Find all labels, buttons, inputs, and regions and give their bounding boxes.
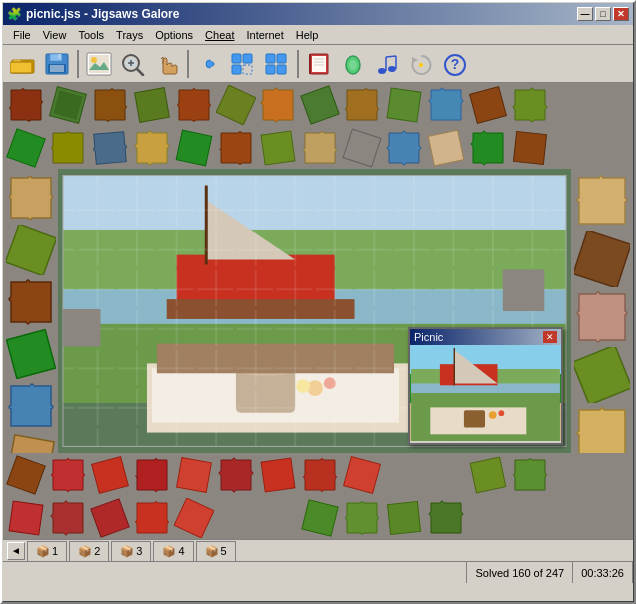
book-button[interactable] xyxy=(303,48,335,80)
piece[interactable] xyxy=(132,498,172,538)
title-icon: 🧩 xyxy=(7,7,22,21)
grid-view-button[interactable] xyxy=(227,48,259,80)
image-button[interactable] xyxy=(83,48,115,80)
piece[interactable] xyxy=(6,381,56,431)
piece[interactable] xyxy=(574,173,630,229)
piece[interactable] xyxy=(6,329,56,379)
close-button[interactable]: ✕ xyxy=(613,7,629,21)
piece[interactable] xyxy=(574,231,630,287)
piece[interactable] xyxy=(384,128,424,168)
piece[interactable] xyxy=(90,128,130,168)
piece[interactable] xyxy=(342,498,382,538)
menu-trays[interactable]: Trays xyxy=(110,27,149,43)
svg-text:?: ? xyxy=(451,56,460,72)
piece[interactable] xyxy=(300,498,340,538)
piece[interactable] xyxy=(132,85,172,125)
piece[interactable] xyxy=(384,498,424,538)
thumbnail-close-button[interactable]: ✕ xyxy=(543,331,557,343)
piece[interactable] xyxy=(48,455,88,495)
piece[interactable] xyxy=(468,128,508,168)
piece[interactable] xyxy=(6,128,46,168)
piece[interactable] xyxy=(216,128,256,168)
piece[interactable] xyxy=(90,85,130,125)
piece[interactable] xyxy=(510,128,550,168)
piece[interactable] xyxy=(6,85,46,125)
zoom-button[interactable] xyxy=(117,48,149,80)
svg-rect-24 xyxy=(312,56,326,72)
piece[interactable] xyxy=(258,128,298,168)
about-button[interactable]: ? xyxy=(439,48,471,80)
piece[interactable] xyxy=(6,498,46,538)
svg-rect-1 xyxy=(10,62,32,73)
piece[interactable] xyxy=(426,85,466,125)
tray-tab-3[interactable]: 📦 3 xyxy=(111,541,151,561)
piece[interactable] xyxy=(300,85,340,125)
piece[interactable] xyxy=(6,455,46,495)
piece[interactable] xyxy=(574,405,630,453)
piece[interactable] xyxy=(468,455,508,495)
piece[interactable] xyxy=(300,455,340,495)
full-grid-button[interactable] xyxy=(261,48,293,80)
piece[interactable] xyxy=(468,85,508,125)
piece[interactable] xyxy=(216,455,256,495)
egg-button[interactable] xyxy=(337,48,369,80)
piece[interactable] xyxy=(342,128,382,168)
music-button[interactable] xyxy=(371,48,403,80)
menu-internet[interactable]: Internet xyxy=(240,27,289,43)
piece[interactable] xyxy=(510,85,550,125)
piece[interactable] xyxy=(174,85,214,125)
window: 🧩 picnic.jss - Jigsaws Galore — □ ✕ File… xyxy=(0,0,636,604)
piece[interactable] xyxy=(300,128,340,168)
menu-tools[interactable]: Tools xyxy=(72,27,110,43)
tray-tab-2[interactable]: 📦 2 xyxy=(69,541,109,561)
piece[interactable] xyxy=(6,433,56,453)
tray-tab-4[interactable]: 📦 4 xyxy=(153,541,193,561)
piece[interactable] xyxy=(90,498,130,538)
piece[interactable] xyxy=(384,85,424,125)
tray-right xyxy=(571,169,633,453)
piece[interactable] xyxy=(48,498,88,538)
tray-tab-1[interactable]: 📦 1 xyxy=(27,541,67,561)
hand-button[interactable] xyxy=(151,48,183,80)
piece[interactable] xyxy=(216,85,256,125)
menu-file[interactable]: File xyxy=(7,27,37,43)
open-folder-button[interactable] xyxy=(7,48,39,80)
piece[interactable] xyxy=(258,455,298,495)
status-time: 00:33:26 xyxy=(573,562,633,583)
piece[interactable] xyxy=(6,225,56,275)
piece[interactable] xyxy=(132,455,172,495)
menu-view[interactable]: View xyxy=(37,27,73,43)
piece[interactable] xyxy=(174,498,214,538)
svg-rect-17 xyxy=(232,65,241,74)
piece[interactable] xyxy=(426,498,466,538)
piece[interactable] xyxy=(574,289,630,345)
piece[interactable] xyxy=(174,455,214,495)
minimize-button[interactable]: — xyxy=(577,7,593,21)
piece[interactable] xyxy=(132,128,172,168)
piece[interactable] xyxy=(6,173,56,223)
tray-tab-5[interactable]: 📦 5 xyxy=(196,541,236,561)
rotate-button[interactable] xyxy=(405,48,437,80)
piece[interactable] xyxy=(258,85,298,125)
svg-rect-69 xyxy=(464,410,485,427)
piece[interactable] xyxy=(6,277,56,327)
piece[interactable] xyxy=(342,85,382,125)
scatter-button[interactable] xyxy=(193,48,225,80)
menu-help[interactable]: Help xyxy=(290,27,325,43)
piece[interactable] xyxy=(48,128,88,168)
maximize-button[interactable]: □ xyxy=(595,7,611,21)
piece[interactable] xyxy=(174,128,214,168)
save-button[interactable] xyxy=(41,48,73,80)
menu-cheat[interactable]: Cheat xyxy=(199,27,240,43)
svg-point-71 xyxy=(498,410,504,416)
piece[interactable] xyxy=(574,347,630,403)
piece[interactable] xyxy=(510,455,550,495)
puzzle-canvas[interactable]: Picnic ✕ xyxy=(58,169,571,453)
tray-scroll-left[interactable]: ◄ xyxy=(7,542,25,560)
piece[interactable] xyxy=(342,455,382,495)
menu-options[interactable]: Options xyxy=(149,27,199,43)
svg-rect-59 xyxy=(503,269,545,311)
piece[interactable] xyxy=(90,455,130,495)
piece[interactable] xyxy=(426,128,466,168)
piece[interactable] xyxy=(48,85,88,125)
